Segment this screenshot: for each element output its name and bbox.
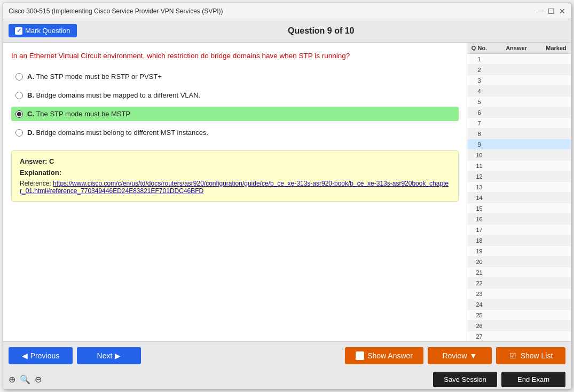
options-list: A. The STP mode must be RSTP or PVST+ B.… bbox=[11, 69, 459, 140]
sidebar-cell-qno: 4 bbox=[467, 88, 491, 94]
next-label: Next bbox=[97, 351, 113, 360]
sidebar-row[interactable]: 23 bbox=[467, 289, 571, 299]
review-arrow-icon: ▼ bbox=[470, 351, 477, 360]
show-answer-button[interactable]: Show Answer bbox=[345, 347, 423, 364]
sidebar-row[interactable]: 10 bbox=[467, 150, 571, 161]
sidebar-row[interactable]: 4 bbox=[467, 86, 571, 97]
sidebar-row[interactable]: 13 bbox=[467, 182, 571, 193]
bottom-bar: ◀ Previous Next ▶ Show Answer Review ▼ ☑… bbox=[3, 341, 571, 389]
sidebar-header-qno: Q No. bbox=[467, 45, 491, 51]
option-d-label: D. Bridge domains must belong to differe… bbox=[27, 129, 208, 137]
review-button[interactable]: Review ▼ bbox=[428, 347, 492, 364]
sidebar-row[interactable]: 8 bbox=[467, 129, 571, 139]
sidebar-row[interactable]: 5 bbox=[467, 97, 571, 107]
show-list-check-icon: ☑ bbox=[509, 351, 517, 360]
sidebar-cell-qno: 25 bbox=[467, 312, 491, 318]
end-exam-button[interactable]: End Exam bbox=[501, 372, 565, 387]
previous-button[interactable]: ◀ Previous bbox=[9, 347, 73, 364]
toolbar: Mark Question Question 9 of 10 bbox=[3, 19, 571, 43]
explanation-label: Explanation: bbox=[20, 169, 450, 177]
sidebar-row[interactable]: 17 bbox=[467, 225, 571, 235]
window-title: Cisco 300-515 (Implementing Cisco Servic… bbox=[9, 7, 223, 15]
previous-label: Previous bbox=[30, 351, 59, 360]
option-b-label: B. Bridge domains must be mapped to a di… bbox=[27, 91, 200, 99]
sidebar-cell-qno: 3 bbox=[467, 77, 491, 84]
sidebar-cell-qno: 12 bbox=[467, 173, 491, 180]
next-button[interactable]: Next ▶ bbox=[77, 347, 141, 364]
sidebar-cell-qno: 13 bbox=[467, 184, 491, 190]
sidebar-cell-qno: 5 bbox=[467, 99, 491, 105]
sidebar-cell-qno: 15 bbox=[467, 205, 491, 212]
show-answer-icon bbox=[356, 351, 364, 360]
sidebar-row[interactable]: 12 bbox=[467, 171, 571, 182]
zoom-row: ⊕ 🔍 ⊖ Save Session End Exam bbox=[3, 370, 571, 389]
reference-link[interactable]: https://www.cisco.com/c/en/us/td/docs/ro… bbox=[20, 180, 449, 195]
option-c-label: C. The STP mode must be MSTP bbox=[27, 110, 130, 118]
question-text: In an Ethernet Virtual Circuit environme… bbox=[11, 51, 459, 61]
option-c-radio[interactable] bbox=[15, 110, 23, 118]
main-content: In an Ethernet Virtual Circuit environme… bbox=[3, 43, 571, 341]
prev-arrow-icon: ◀ bbox=[22, 351, 28, 360]
option-d[interactable]: D. Bridge domains must belong to differe… bbox=[11, 125, 459, 140]
sidebar-row[interactable]: 6 bbox=[467, 107, 571, 118]
sidebar-cell-qno: 23 bbox=[467, 291, 491, 297]
zoom-in-button[interactable]: ⊕ bbox=[9, 374, 15, 385]
sidebar-row[interactable]: 11 bbox=[467, 161, 571, 171]
sidebar-cell-qno: 18 bbox=[467, 237, 491, 244]
zoom-controls: ⊕ 🔍 ⊖ bbox=[9, 374, 42, 385]
sidebar-cell-qno: 22 bbox=[467, 280, 491, 286]
sidebar-row[interactable]: 15 bbox=[467, 203, 571, 214]
question-title: Question 9 of 10 bbox=[77, 26, 565, 36]
reference-prefix: Reference: bbox=[20, 180, 53, 187]
sidebar-row[interactable]: 18 bbox=[467, 235, 571, 246]
show-list-label: Show List bbox=[521, 351, 553, 360]
save-session-button[interactable]: Save Session bbox=[433, 372, 497, 387]
maximize-button[interactable]: ☐ bbox=[548, 7, 555, 15]
sidebar-cell-qno: 16 bbox=[467, 216, 491, 222]
zoom-normal-button[interactable]: 🔍 bbox=[20, 374, 30, 385]
sidebar-row[interactable]: 19 bbox=[467, 246, 571, 257]
close-button[interactable]: ✕ bbox=[559, 7, 565, 15]
mark-checkbox-icon bbox=[15, 27, 22, 35]
option-a[interactable]: A. The STP mode must be RSTP or PVST+ bbox=[11, 69, 459, 84]
zoom-out-button[interactable]: ⊖ bbox=[35, 374, 42, 385]
option-d-radio[interactable] bbox=[15, 129, 23, 137]
sidebar-cell-qno: 9 bbox=[467, 141, 491, 148]
sidebar-row[interactable]: 3 bbox=[467, 75, 571, 86]
minimize-button[interactable]: — bbox=[536, 7, 544, 15]
sidebar-row[interactable]: 21 bbox=[467, 267, 571, 278]
sidebar-row[interactable]: 24 bbox=[467, 299, 571, 310]
sidebar-cell-qno: 21 bbox=[467, 269, 491, 276]
title-bar: Cisco 300-515 (Implementing Cisco Servic… bbox=[3, 3, 571, 19]
sidebar-row[interactable]: 1 bbox=[467, 54, 571, 65]
mark-question-button[interactable]: Mark Question bbox=[9, 24, 77, 37]
sidebar-cell-qno: 7 bbox=[467, 120, 491, 126]
review-label: Review bbox=[443, 351, 467, 360]
sidebar-row[interactable]: 16 bbox=[467, 214, 571, 225]
question-area: In an Ethernet Virtual Circuit environme… bbox=[3, 43, 467, 341]
sidebar-row[interactable]: 2 bbox=[467, 65, 571, 75]
option-a-label: A. The STP mode must be RSTP or PVST+ bbox=[27, 73, 162, 81]
sidebar-header: Q No. Answer Marked bbox=[467, 43, 571, 54]
sidebar-row[interactable]: 14 bbox=[467, 193, 571, 203]
sidebar-row[interactable]: 7 bbox=[467, 118, 571, 129]
action-buttons: Save Session End Exam bbox=[433, 372, 565, 387]
reference-text: Reference: https://www.cisco.com/c/en/us… bbox=[20, 180, 450, 195]
sidebar-cell-qno: 17 bbox=[467, 227, 491, 233]
main-window: Cisco 300-515 (Implementing Cisco Servic… bbox=[3, 3, 571, 389]
show-answer-label: Show Answer bbox=[367, 351, 413, 360]
sidebar-row[interactable]: 9 bbox=[467, 139, 571, 150]
sidebar-row[interactable]: 25 bbox=[467, 310, 571, 321]
sidebar-row[interactable]: 20 bbox=[467, 257, 571, 267]
option-b-radio[interactable] bbox=[15, 92, 23, 99]
sidebar-row[interactable]: 27 bbox=[467, 331, 571, 341]
sidebar-row[interactable]: 26 bbox=[467, 321, 571, 331]
answer-box: Answer: C Explanation: Reference: https:… bbox=[11, 150, 459, 202]
sidebar-cell-qno: 1 bbox=[467, 56, 491, 62]
option-a-radio[interactable] bbox=[15, 73, 23, 81]
show-list-button[interactable]: ☑ Show List bbox=[496, 347, 565, 364]
sidebar-rows: 1 2 3 4 5 6 7 8 bbox=[467, 54, 571, 341]
option-b[interactable]: B. Bridge domains must be mapped to a di… bbox=[11, 88, 459, 102]
option-c[interactable]: C. The STP mode must be MSTP bbox=[11, 107, 459, 121]
sidebar-row[interactable]: 22 bbox=[467, 278, 571, 289]
